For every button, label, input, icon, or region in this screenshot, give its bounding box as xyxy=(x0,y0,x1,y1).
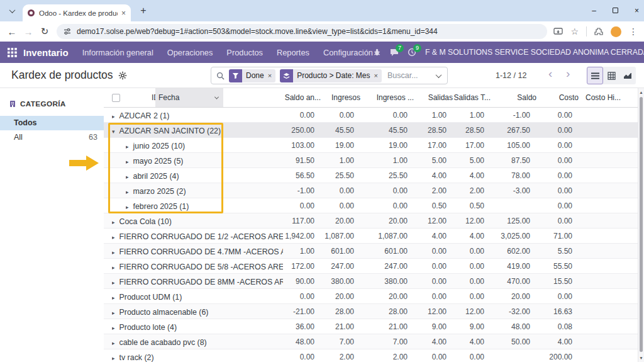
table-group-row[interactable]: ▸Producto almacenable (6)-21.0028.0028.0… xyxy=(104,304,638,319)
tab-search-button[interactable] xyxy=(6,5,18,17)
search-bar[interactable]: Done × Producto > Date: Mes × Buscar... xyxy=(211,67,448,84)
category-item[interactable]: Todos xyxy=(0,116,104,130)
new-tab-button[interactable]: + xyxy=(137,5,150,16)
caret-collapsed-icon: ▸ xyxy=(126,189,129,195)
save-page-icon[interactable] xyxy=(553,28,563,36)
table-group-row[interactable]: ▸febrero 2025 (1)0.000.000.000.500.500.0… xyxy=(104,198,638,213)
cell-value: 0.00 xyxy=(340,183,354,198)
select-all-checkbox[interactable] xyxy=(112,94,120,102)
cell-value: 20.00 xyxy=(389,213,408,229)
toolbar-icons: ☆ ⋮ xyxy=(553,26,638,37)
caret-collapsed-icon: ▸ xyxy=(126,204,129,210)
group-label: AZUCAR SAN JACINTO (22) xyxy=(119,127,221,135)
window-maximize-button[interactable] xyxy=(613,6,618,15)
cell-value: 28.50 xyxy=(428,123,447,138)
graph-view-button[interactable] xyxy=(619,67,636,84)
group-name-cell: ▸FIERRO CORRUGADO DE 1/2 -ACEROS AREQUIP… xyxy=(112,229,283,245)
forward-button[interactable]: → xyxy=(20,26,36,37)
table-group-row[interactable]: ▸FIERRO CORRUGADO DE 5/8 -ACEROS AREQUIP… xyxy=(104,259,638,274)
navbar-menu-item[interactable]: Configuración xyxy=(323,48,373,57)
groupby-facet[interactable]: Producto > Date: Mes × xyxy=(280,69,382,82)
debug-bug-icon[interactable] xyxy=(373,48,381,57)
filter-facet-remove-icon[interactable]: × xyxy=(268,72,275,79)
filter-facet[interactable]: Done × xyxy=(229,69,275,82)
search-placeholder[interactable]: Buscar... xyxy=(387,71,436,80)
column-header[interactable]: Salidas T... xyxy=(454,88,491,108)
table-group-row[interactable]: ▾AZUCAR SAN JACINTO (22)250.0045.5045.50… xyxy=(104,123,638,138)
window-close-button[interactable]: × xyxy=(635,6,639,15)
extensions-icon[interactable] xyxy=(594,27,603,36)
window-minimize-button[interactable]: – xyxy=(592,6,596,15)
caret-collapsed-icon: ▸ xyxy=(112,295,115,301)
table-group-row[interactable]: ▸FIERRO CORRUGADO DE 1/2 -ACEROS AREQUIP… xyxy=(104,229,638,244)
browser-profile-avatar[interactable] xyxy=(611,26,621,37)
action-gear-icon[interactable] xyxy=(118,71,127,80)
page-title: Kardex de productos xyxy=(11,69,113,82)
back-button[interactable]: ← xyxy=(4,26,20,37)
groupby-facet-remove-icon[interactable]: × xyxy=(374,72,382,79)
cell-value: 20.00 xyxy=(335,289,354,304)
navbar-menu-item[interactable]: Información general xyxy=(82,48,153,57)
scrollbar-thumb[interactable] xyxy=(640,97,643,352)
caret-collapsed-icon: ▸ xyxy=(112,310,115,316)
column-header[interactable]: Ingresos ... xyxy=(377,88,414,108)
group-label: febrero 2025 (1) xyxy=(133,202,189,211)
table-group-row[interactable]: ▸cable de acabado pvc (8)48.007.007.004.… xyxy=(104,334,638,349)
chevron-down-icon xyxy=(9,7,16,13)
pager-previous-button[interactable]: ‹ xyxy=(548,67,552,81)
app-name[interactable]: Inventario xyxy=(23,47,69,58)
cell-value: 5.50 xyxy=(558,244,572,259)
browser-tab[interactable]: Odoo - Kardex de productos × xyxy=(23,4,131,21)
table-group-row[interactable]: ▸mayo 2025 (5)91.501.001.005.005.0087.50… xyxy=(104,153,638,168)
column-header[interactable]: Saldo xyxy=(517,88,536,108)
pager-next-button[interactable]: › xyxy=(566,67,570,81)
column-header[interactable]: Salidas xyxy=(428,88,453,108)
table-group-row[interactable]: ▸tv rack (2)0.002.002.000.000.00200.00 xyxy=(104,349,638,362)
table-group-row[interactable]: ▸Producot UDM (1)0.0020.0020.000.000.002… xyxy=(104,289,638,304)
scroll-up-icon[interactable]: ▲ xyxy=(638,90,644,94)
table-group-row[interactable]: ▸FIERRO CORRUGADO DE 4.7MM -ACEROS AREQU… xyxy=(104,244,638,259)
pivot-icon xyxy=(608,72,616,80)
navbar-menu-item[interactable]: Productos xyxy=(226,48,263,57)
scroll-down-icon[interactable]: ▼ xyxy=(638,356,644,360)
table-header: ID Fecha Saldo an...IngresosIngresos ...… xyxy=(104,88,644,108)
navbar-menu-item[interactable]: Operaciones xyxy=(167,48,213,57)
navbar-menu-item[interactable]: Reportes xyxy=(277,48,309,57)
tab-close-icon[interactable]: × xyxy=(121,9,126,18)
group-name-cell: ▾AZUCAR SAN JACINTO (22) xyxy=(112,123,221,139)
column-header[interactable]: Costo xyxy=(559,88,579,108)
cell-value: 0.00 xyxy=(300,349,314,362)
pivot-view-button[interactable] xyxy=(603,67,619,84)
messages-icon[interactable]: 7 xyxy=(390,48,399,57)
apps-grid-icon[interactable] xyxy=(8,48,17,57)
cell-value: -1.00 xyxy=(513,108,530,123)
category-item[interactable]: All63 xyxy=(0,130,104,145)
reload-button[interactable]: ↻ xyxy=(36,26,53,37)
address-bar[interactable]: demo17.solse.pe/web?debug=1#action=503&m… xyxy=(57,24,547,39)
bookmark-star-icon[interactable]: ☆ xyxy=(570,26,579,37)
table-group-row[interactable]: ▸Producto lote (4)36.0021.0021.009.009.0… xyxy=(104,319,638,334)
table-group-row[interactable]: ▸marzo 2025 (2)-1.000.000.002.002.00-3.0… xyxy=(104,183,638,198)
browser-menu-icon[interactable]: ⋮ xyxy=(629,26,638,37)
table-group-row[interactable]: ▸AZUCAR 2 (1)0.000.000.001.001.00-1.000.… xyxy=(104,108,638,123)
search-dropdown-icon[interactable] xyxy=(436,72,442,78)
column-header[interactable]: Saldo an... xyxy=(285,88,321,108)
table-group-row[interactable]: ▸abril 2025 (4)56.5025.5025.504.004.0078… xyxy=(104,168,638,183)
table-group-row[interactable]: ▸Coca Cola (10)117.0020.0020.0012.0012.0… xyxy=(104,213,638,229)
column-header[interactable]: Ingresos xyxy=(331,88,360,108)
cell-value: 2.00 xyxy=(340,349,354,362)
company-name[interactable]: F & M SOLUTIONS SERVICE SOCIEDAD ANONIMA… xyxy=(425,48,644,57)
column-header[interactable]: Costo Hi... xyxy=(586,88,621,108)
cell-value: 470.00 xyxy=(507,274,530,289)
group-label: AZUCAR 2 (1) xyxy=(119,111,170,120)
table-group-row[interactable]: ▸junio 2025 (10)103.0019.0019.0017.0017.… xyxy=(104,138,638,153)
table-group-row[interactable]: ▸FIERRO CORRUGADO DE 8MM -ACEROS AREQUIP… xyxy=(104,274,638,289)
site-settings-icon[interactable] xyxy=(63,27,72,36)
vertical-scrollbar[interactable]: ▲ ▼ xyxy=(638,88,644,362)
column-header-fecha[interactable]: Fecha xyxy=(155,88,223,107)
category-list: TodosAll63 xyxy=(0,116,104,145)
activities-clock-icon[interactable]: 9 xyxy=(408,48,416,57)
cell-value: 1,087.00 xyxy=(378,229,408,244)
caret-collapsed-icon: ▸ xyxy=(112,264,115,271)
list-view-button[interactable] xyxy=(587,67,603,84)
